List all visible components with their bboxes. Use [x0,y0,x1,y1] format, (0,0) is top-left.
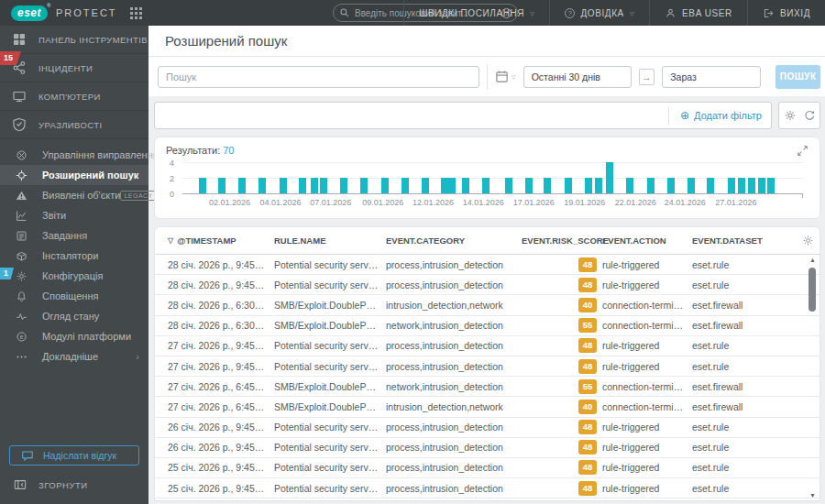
add-filter-button[interactable]: ⊕ Додати фільтр [680,109,762,122]
histogram-bar[interactable] [667,178,675,193]
histogram-bar[interactable] [422,178,429,193]
histogram-bar[interactable] [585,178,592,193]
app-grid-icon[interactable] [130,7,142,19]
histogram-bar[interactable] [738,178,745,193]
histogram-bar[interactable] [199,178,206,193]
sidebar-item-more[interactable]: Докладніше› [0,346,148,367]
histogram-bar[interactable] [280,178,287,193]
calendar-icon [495,70,509,83]
histogram-bar[interactable] [381,178,389,193]
sidebar-item-advanced-search[interactable]: Розширений пошук [0,165,148,185]
help-icon: ? [565,8,575,18]
column-header-event-dataset[interactable]: EVENT.DATASET [692,236,798,246]
cell-event-action: rule-triggered [602,462,692,473]
histogram-bar[interactable] [525,178,533,193]
cell-event-action: connection-terminated [602,381,692,392]
table-scrollbar[interactable]: ▲ ▼ [807,257,819,499]
sidebar-item-platform-modules[interactable]: eМодулі платформи [0,326,148,346]
histogram-bar[interactable] [402,178,409,193]
histogram-bar[interactable] [448,178,456,193]
histogram-bar[interactable] [565,178,572,193]
histogram-bar[interactable] [441,178,448,193]
histogram-bar[interactable] [748,178,755,193]
logout-button[interactable]: ВИХІД [747,0,825,26]
collapse-sidebar-button[interactable]: ЗГОРНУТИ [0,478,148,491]
table-row[interactable]: 25 січ. 2026 р., 9:45:14.142Potential se… [155,478,820,499]
sidebar-item-installers[interactable]: Інсталятори [0,246,148,266]
help-menu[interactable]: ? ДОВІДКА▽ [549,0,649,26]
table-row[interactable]: 26 січ. 2026 р., 9:45:19.133Potential se… [155,418,820,438]
histogram-bar[interactable] [360,178,368,193]
column-header-event-risk-score[interactable]: EVENT.RISK_SCORE [522,236,602,246]
quick-links-menu[interactable]: ШВИДКІ ПОСИЛАННЯ▽ [403,0,549,26]
histogram-bar[interactable] [728,178,735,193]
user-menu[interactable]: EBA USER [649,0,747,26]
scrollbar-thumb[interactable] [808,268,816,312]
table-row[interactable]: 27 січ. 2026 р., 9:45:21.470Potential se… [155,356,820,377]
histogram-bar[interactable] [758,178,765,193]
table-row[interactable]: 25 січ. 2026 р., 9:45:14.142Potential se… [155,458,820,478]
sidebar-item-computers[interactable]: КОМП'ЮТЕРИ [0,82,148,111]
histogram-bar[interactable] [340,178,347,193]
search-button[interactable]: ПОШУК [776,65,820,89]
filter-bar[interactable]: ⊕ Додати фільтр [154,102,772,129]
scroll-down-icon[interactable]: ▼ [807,492,819,499]
table-row[interactable]: 28 січ. 2026 р., 6:30:25.789SMB/Exploit.… [155,316,820,336]
sidebar-item-dashboard[interactable]: ПАНЕЛЬ ІНСТРУМЕНТІВ [0,26,148,54]
sidebar-item-patch-management[interactable]: Управління виправленнями [0,145,148,165]
sidebar-item-status-overview[interactable]: Огляд стану [0,306,148,326]
histogram-bar[interactable] [218,178,226,193]
histogram-bar[interactable] [595,178,602,193]
send-feedback-button[interactable]: Надіслати відгук [9,445,139,466]
sidebar-item-notifications[interactable]: Сповіщення [0,286,148,306]
sidebar-item-vulnerabilities[interactable]: УРАЗЛИВОСТІ [0,111,148,139]
table-row[interactable]: 28 січ. 2026 р., 9:45:21.071Potential se… [155,275,820,295]
sidebar-item-incidents[interactable]: 15ІНЦИДЕНТИ [0,54,148,82]
gear-icon[interactable] [784,109,797,122]
table-row[interactable]: 28 січ. 2026 р., 9:45:21.071Potential se… [155,255,820,275]
histogram-bar[interactable] [767,178,775,193]
histogram-bar[interactable] [626,178,633,193]
histogram-bar[interactable] [299,178,306,193]
table-row[interactable]: 27 січ. 2026 р., 9:45:21.470Potential se… [155,336,820,356]
query-search-input[interactable] [158,66,479,88]
cell-rule-name: SMB/Exploit.DoublePulsar.B [274,300,386,311]
sort-descending-icon[interactable]: ▽ [168,236,173,245]
scroll-up-icon[interactable]: ▲ [807,257,819,263]
sidebar-item-detections[interactable]: Виявлені об'єктиLEGACY [0,185,148,205]
column-header-event-category[interactable]: EVENT.CATEGORY [386,236,522,246]
refresh-icon[interactable] [803,109,816,122]
cell-event-action: rule-triggered [602,483,692,494]
column-settings-gear-icon[interactable] [798,235,820,247]
cell-timestamp: 27 січ. 2026 р., 9:45:21.470 [168,361,274,372]
table-row[interactable]: 28 січ. 2026 р., 6:30:25.789SMB/Exploit.… [155,295,820,315]
histogram-bar[interactable] [647,178,654,193]
date-from-input[interactable] [523,66,632,88]
histogram-bar[interactable] [311,178,318,193]
histogram-bar[interactable] [688,178,695,193]
histogram-bar[interactable] [238,178,246,193]
histogram-bar[interactable] [606,162,613,193]
expand-icon[interactable] [797,145,808,157]
date-range-picker[interactable]: ▽ [495,70,516,83]
table-row[interactable]: 27 січ. 2026 р., 6:45:34.113SMB/Exploit.… [155,377,820,397]
sidebar-item-configuration[interactable]: 1Конфігурація [0,266,148,286]
sidebar-item-tasks[interactable]: Завдання [0,225,148,246]
risk-score-badge: 48 [578,460,597,475]
cell-event-action: rule-triggered [602,361,692,372]
histogram-bar[interactable] [707,178,714,193]
column-header-rule-name[interactable]: RULE.NAME [274,236,386,246]
histogram-bar[interactable] [258,178,266,193]
sidebar-item-reports[interactable]: Звіти [0,205,148,225]
histogram-bar[interactable] [462,178,469,193]
date-to-input[interactable] [662,66,761,88]
histogram-bar[interactable] [505,178,512,193]
column-header-event-action[interactable]: EVENT.ACTION [602,236,692,246]
histogram-bar[interactable] [482,178,490,193]
histogram-bar[interactable] [544,178,551,193]
table-row[interactable]: 26 січ. 2026 р., 9:45:19.133Potential se… [155,438,820,458]
collapse-icon [14,478,27,491]
table-row[interactable]: 27 січ. 2026 р., 6:45:34.113SMB/Exploit.… [155,397,820,417]
column-header--timestamp[interactable]: ▽@TIMESTAMP [168,236,274,246]
histogram-bar[interactable] [320,178,327,193]
